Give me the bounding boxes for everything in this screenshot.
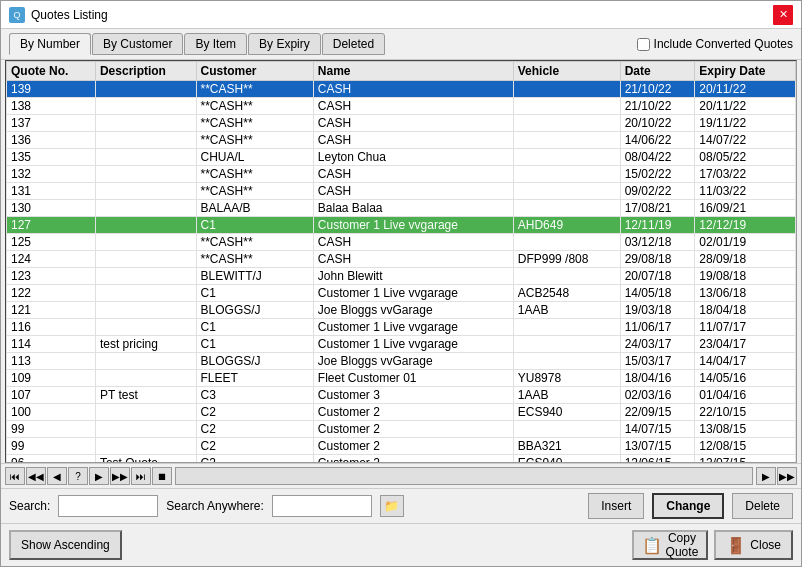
search-input[interactable] [58, 495, 158, 517]
table-row[interactable]: 107PT testC3Customer 31AAB02/03/1601/04/… [7, 387, 796, 404]
table-cell [95, 115, 196, 132]
table-row[interactable]: 131**CASH**CASH09/02/2211/03/22 [7, 183, 796, 200]
table-row[interactable]: 113BLOGGS/JJoe Bloggs vvGarage15/03/1714… [7, 353, 796, 370]
include-converted-checkbox[interactable] [637, 38, 650, 51]
table-cell: 12/07/15 [695, 455, 796, 463]
table-row[interactable]: 138**CASH**CASH21/10/2220/11/22 [7, 98, 796, 115]
nav-next-next-button[interactable]: ▶▶ [110, 467, 130, 485]
table-cell: Customer 1 Live vvgarage [313, 285, 513, 302]
table-cell: 1AAB [513, 302, 620, 319]
table-row[interactable]: 127C1Customer 1 Live vvgarageAHD64912/11… [7, 217, 796, 234]
table-cell: CASH [313, 251, 513, 268]
table-cell [513, 115, 620, 132]
nav-last-button[interactable]: ⏭ [131, 467, 151, 485]
table-row[interactable]: 109FLEETFleet Customer 01YU897818/04/161… [7, 370, 796, 387]
tab-by-customer[interactable]: By Customer [92, 33, 183, 55]
table-cell: BLOGGS/J [196, 353, 313, 370]
table-row[interactable]: 139**CASH**CASH21/10/2220/11/22 [7, 81, 796, 98]
table-cell: C2 [196, 421, 313, 438]
table-cell: Joe Bloggs vvGarage [313, 302, 513, 319]
search-anywhere-input[interactable] [272, 495, 372, 517]
table-cell: DFP999 /808 [513, 251, 620, 268]
horizontal-scrollbar[interactable] [175, 467, 753, 485]
folder-button[interactable]: 📁 [380, 495, 404, 517]
quotes-table: Quote No. Description Customer Name Vehi… [6, 61, 796, 462]
tab-by-expiry[interactable]: By Expiry [248, 33, 321, 55]
nav-prev-prev-button[interactable]: ◀◀ [26, 467, 46, 485]
search-anywhere-label: Search Anywhere: [166, 499, 263, 513]
table-row[interactable]: 122C1Customer 1 Live vvgarageACB254814/0… [7, 285, 796, 302]
insert-button[interactable]: Insert [588, 493, 644, 519]
close-main-label: Close [750, 538, 781, 552]
close-main-button[interactable]: 🚪 Close [714, 530, 793, 560]
table-cell: 09/02/22 [620, 183, 695, 200]
table-row[interactable]: 136**CASH**CASH14/06/2214/07/22 [7, 132, 796, 149]
table-cell: 100 [7, 404, 96, 421]
table-cell: 20/07/18 [620, 268, 695, 285]
bottom-bar: Show Ascending 📋 CopyQuote 🚪 Close [1, 523, 801, 566]
quotes-table-container: Quote No. Description Customer Name Vehi… [5, 60, 797, 463]
table-cell: 15/03/17 [620, 353, 695, 370]
nav-next-button[interactable]: ▶ [89, 467, 109, 485]
table-wrapper[interactable]: Quote No. Description Customer Name Vehi… [6, 61, 796, 462]
copy-quote-button[interactable]: 📋 CopyQuote [632, 530, 709, 560]
table-cell: 12/06/15 [620, 455, 695, 463]
nav-stop-button[interactable]: ⏹ [152, 467, 172, 485]
table-row[interactable]: 125**CASH**CASH03/12/1802/01/19 [7, 234, 796, 251]
table-cell: 17/03/22 [695, 166, 796, 183]
table-cell: 113 [7, 353, 96, 370]
table-row[interactable]: 96Test QuoteC2Customer 2ECS94012/06/1512… [7, 455, 796, 463]
table-cell: CASH [313, 234, 513, 251]
col-description: Description [95, 62, 196, 81]
table-row[interactable]: 121BLOGGS/JJoe Bloggs vvGarage1AAB19/03/… [7, 302, 796, 319]
table-cell [95, 217, 196, 234]
tab-bar: By Number By Customer By Item By Expiry … [9, 33, 385, 55]
nav-scroll-right2[interactable]: ▶▶ [777, 467, 797, 485]
table-cell: 136 [7, 132, 96, 149]
table-row[interactable]: 137**CASH**CASH20/10/2219/11/22 [7, 115, 796, 132]
table-row[interactable]: 114test pricingC1Customer 1 Live vvgarag… [7, 336, 796, 353]
table-cell: 14/05/18 [620, 285, 695, 302]
change-button[interactable]: Change [652, 493, 724, 519]
table-cell: **CASH** [196, 98, 313, 115]
table-cell [95, 234, 196, 251]
nav-help-button[interactable]: ? [68, 467, 88, 485]
table-row[interactable]: 123BLEWITT/JJohn Blewitt20/07/1819/08/18 [7, 268, 796, 285]
nav-scroll-right[interactable]: ▶ [756, 467, 776, 485]
show-ascending-button[interactable]: Show Ascending [9, 530, 122, 560]
table-row[interactable]: 130BALAA/BBalaa Balaa17/08/2116/09/21 [7, 200, 796, 217]
table-row[interactable]: 124**CASH**CASHDFP999 /80829/08/1828/09/… [7, 251, 796, 268]
table-cell: Balaa Balaa [313, 200, 513, 217]
table-cell: 08/05/22 [695, 149, 796, 166]
table-body: 139**CASH**CASH21/10/2220/11/22138**CASH… [7, 81, 796, 463]
delete-button[interactable]: Delete [732, 493, 793, 519]
window-close-button[interactable]: ✕ [773, 5, 793, 25]
table-cell: Customer 1 Live vvgarage [313, 319, 513, 336]
title-bar: Q Quotes Listing ✕ [1, 1, 801, 29]
tab-deleted[interactable]: Deleted [322, 33, 385, 55]
table-cell: 24/03/17 [620, 336, 695, 353]
table-row[interactable]: 99C2Customer 2BBA32113/07/1512/08/15 [7, 438, 796, 455]
table-row[interactable]: 99C2Customer 214/07/1513/08/15 [7, 421, 796, 438]
table-cell: CASH [313, 115, 513, 132]
table-cell: AHD649 [513, 217, 620, 234]
table-cell: CASH [313, 166, 513, 183]
table-cell [95, 166, 196, 183]
table-cell: **CASH** [196, 81, 313, 98]
tab-by-number[interactable]: By Number [9, 33, 91, 55]
table-cell [513, 268, 620, 285]
tab-by-item[interactable]: By Item [184, 33, 247, 55]
table-cell: test pricing [95, 336, 196, 353]
table-row[interactable]: 135CHUA/LLeyton Chua08/04/2208/05/22 [7, 149, 796, 166]
table-cell: 12/08/15 [695, 438, 796, 455]
col-customer: Customer [196, 62, 313, 81]
nav-prev-button[interactable]: ◀ [47, 467, 67, 485]
table-cell: 17/08/21 [620, 200, 695, 217]
nav-first-button[interactable]: ⏮ [5, 467, 25, 485]
table-row[interactable]: 100C2Customer 2ECS94022/09/1522/10/15 [7, 404, 796, 421]
table-cell: C3 [196, 387, 313, 404]
table-cell: **CASH** [196, 183, 313, 200]
table-cell: Customer 2 [313, 421, 513, 438]
table-row[interactable]: 132**CASH**CASH15/02/2217/03/22 [7, 166, 796, 183]
table-row[interactable]: 116C1Customer 1 Live vvgarage11/06/1711/… [7, 319, 796, 336]
